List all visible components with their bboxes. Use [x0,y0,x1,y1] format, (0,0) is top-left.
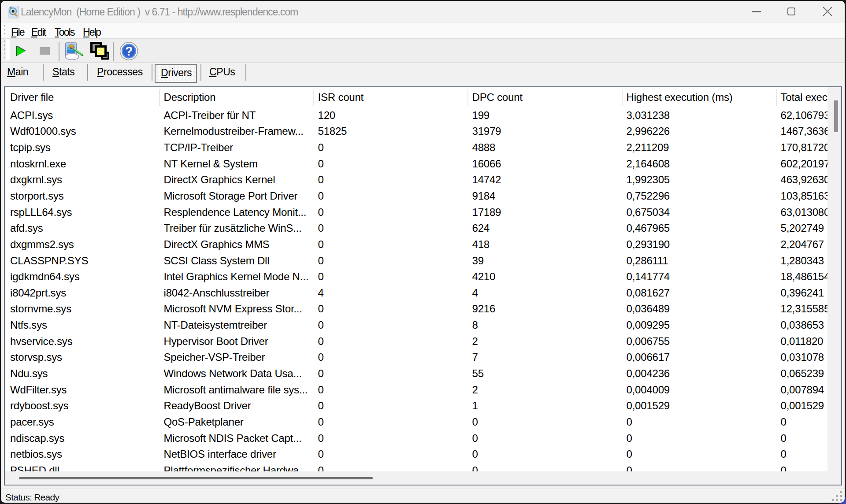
svg-text:?: ? [125,44,133,58]
